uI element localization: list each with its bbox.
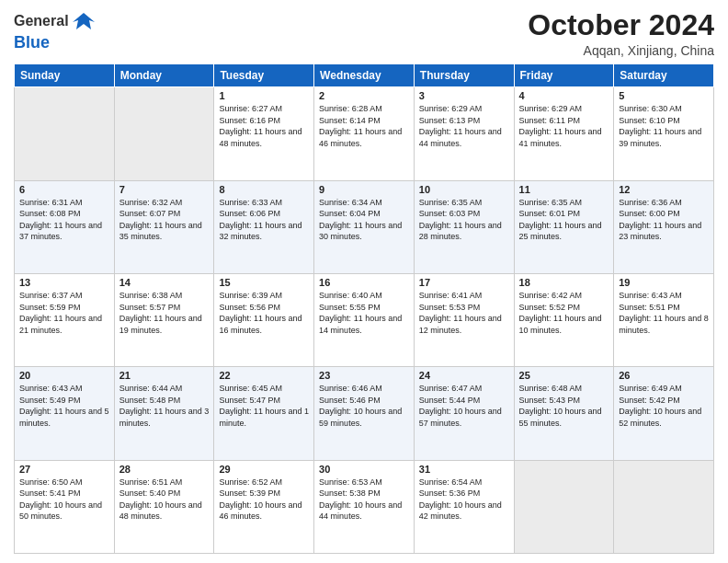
table-row: 3Sunrise: 6:29 AM Sunset: 6:13 PM Daylig… <box>414 87 514 180</box>
day-number: 27 <box>19 464 109 475</box>
day-number: 29 <box>219 464 309 475</box>
logo-blue-text: Blue <box>14 33 97 52</box>
day-info: Sunrise: 6:31 AM Sunset: 6:08 PM Dayligh… <box>19 197 109 243</box>
day-number: 18 <box>519 277 609 288</box>
col-thursday: Thursday <box>414 64 514 87</box>
day-info: Sunrise: 6:39 AM Sunset: 5:56 PM Dayligh… <box>219 290 309 336</box>
table-row: 22Sunrise: 6:45 AM Sunset: 5:47 PM Dayli… <box>214 367 314 460</box>
day-number: 15 <box>219 277 309 288</box>
day-number: 17 <box>419 277 509 288</box>
svg-marker-0 <box>73 13 95 29</box>
day-number: 24 <box>419 370 509 381</box>
table-row: 18Sunrise: 6:42 AM Sunset: 5:52 PM Dayli… <box>514 273 614 366</box>
logo-bird-icon <box>71 9 97 33</box>
day-info: Sunrise: 6:43 AM Sunset: 5:51 PM Dayligh… <box>619 290 709 336</box>
day-number: 31 <box>419 464 509 475</box>
table-row: 25Sunrise: 6:48 AM Sunset: 5:43 PM Dayli… <box>514 367 614 460</box>
table-row <box>614 460 714 553</box>
day-info: Sunrise: 6:47 AM Sunset: 5:44 PM Dayligh… <box>419 383 509 429</box>
day-number: 12 <box>619 184 709 195</box>
table-row: 4Sunrise: 6:29 AM Sunset: 6:11 PM Daylig… <box>514 87 614 180</box>
day-number: 21 <box>119 370 210 381</box>
calendar-week-row: 1Sunrise: 6:27 AM Sunset: 6:16 PM Daylig… <box>15 87 714 180</box>
day-info: Sunrise: 6:45 AM Sunset: 5:47 PM Dayligh… <box>219 383 309 429</box>
calendar-week-row: 13Sunrise: 6:37 AM Sunset: 5:59 PM Dayli… <box>15 273 714 366</box>
day-info: Sunrise: 6:43 AM Sunset: 5:49 PM Dayligh… <box>19 383 109 429</box>
table-row: 28Sunrise: 6:51 AM Sunset: 5:40 PM Dayli… <box>114 460 214 553</box>
day-number: 1 <box>219 90 309 101</box>
day-number: 22 <box>219 370 309 381</box>
calendar-week-row: 6Sunrise: 6:31 AM Sunset: 6:08 PM Daylig… <box>15 180 714 273</box>
table-row: 27Sunrise: 6:50 AM Sunset: 5:41 PM Dayli… <box>15 460 115 553</box>
day-info: Sunrise: 6:30 AM Sunset: 6:10 PM Dayligh… <box>619 103 709 149</box>
day-number: 5 <box>619 90 709 101</box>
calendar-header-row: Sunday Monday Tuesday Wednesday Thursday… <box>15 64 714 87</box>
day-number: 3 <box>419 90 509 101</box>
table-row: 10Sunrise: 6:35 AM Sunset: 6:03 PM Dayli… <box>414 180 514 273</box>
col-tuesday: Tuesday <box>214 64 314 87</box>
table-row: 14Sunrise: 6:38 AM Sunset: 5:57 PM Dayli… <box>114 273 214 366</box>
day-number: 23 <box>319 370 409 381</box>
col-saturday: Saturday <box>614 64 714 87</box>
table-row: 2Sunrise: 6:28 AM Sunset: 6:14 PM Daylig… <box>314 87 415 180</box>
table-row <box>114 87 214 180</box>
table-row: 11Sunrise: 6:35 AM Sunset: 6:01 PM Dayli… <box>514 180 614 273</box>
table-row: 29Sunrise: 6:52 AM Sunset: 5:39 PM Dayli… <box>214 460 314 553</box>
day-number: 20 <box>19 370 109 381</box>
table-row: 23Sunrise: 6:46 AM Sunset: 5:46 PM Dayli… <box>314 367 415 460</box>
day-number: 28 <box>119 464 210 475</box>
day-info: Sunrise: 6:48 AM Sunset: 5:43 PM Dayligh… <box>519 383 609 429</box>
day-info: Sunrise: 6:50 AM Sunset: 5:41 PM Dayligh… <box>19 477 109 523</box>
day-info: Sunrise: 6:32 AM Sunset: 6:07 PM Dayligh… <box>119 197 210 243</box>
calendar-week-row: 27Sunrise: 6:50 AM Sunset: 5:41 PM Dayli… <box>15 460 714 553</box>
day-info: Sunrise: 6:46 AM Sunset: 5:46 PM Dayligh… <box>319 383 409 429</box>
day-info: Sunrise: 6:49 AM Sunset: 5:42 PM Dayligh… <box>619 383 709 429</box>
table-row: 1Sunrise: 6:27 AM Sunset: 6:16 PM Daylig… <box>214 87 314 180</box>
day-number: 13 <box>19 277 109 288</box>
day-number: 10 <box>419 184 509 195</box>
day-number: 14 <box>119 277 210 288</box>
table-row: 26Sunrise: 6:49 AM Sunset: 5:42 PM Dayli… <box>614 367 714 460</box>
table-row: 8Sunrise: 6:33 AM Sunset: 6:06 PM Daylig… <box>214 180 314 273</box>
day-info: Sunrise: 6:53 AM Sunset: 5:38 PM Dayligh… <box>319 477 409 523</box>
table-row: 15Sunrise: 6:39 AM Sunset: 5:56 PM Dayli… <box>214 273 314 366</box>
day-number: 8 <box>219 184 309 195</box>
day-info: Sunrise: 6:41 AM Sunset: 5:53 PM Dayligh… <box>419 290 509 336</box>
table-row: 13Sunrise: 6:37 AM Sunset: 5:59 PM Dayli… <box>15 273 115 366</box>
day-info: Sunrise: 6:52 AM Sunset: 5:39 PM Dayligh… <box>219 477 309 523</box>
table-row: 17Sunrise: 6:41 AM Sunset: 5:53 PM Dayli… <box>414 273 514 366</box>
day-info: Sunrise: 6:29 AM Sunset: 6:13 PM Dayligh… <box>419 103 509 149</box>
table-row: 16Sunrise: 6:40 AM Sunset: 5:55 PM Dayli… <box>314 273 415 366</box>
table-row: 31Sunrise: 6:54 AM Sunset: 5:36 PM Dayli… <box>414 460 514 553</box>
col-wednesday: Wednesday <box>314 64 415 87</box>
day-info: Sunrise: 6:54 AM Sunset: 5:36 PM Dayligh… <box>419 477 509 523</box>
day-info: Sunrise: 6:29 AM Sunset: 6:11 PM Dayligh… <box>519 103 609 149</box>
table-row: 12Sunrise: 6:36 AM Sunset: 6:00 PM Dayli… <box>614 180 714 273</box>
day-info: Sunrise: 6:51 AM Sunset: 5:40 PM Dayligh… <box>119 477 210 523</box>
day-number: 9 <box>319 184 409 195</box>
day-info: Sunrise: 6:33 AM Sunset: 6:06 PM Dayligh… <box>219 197 309 243</box>
table-row: 21Sunrise: 6:44 AM Sunset: 5:48 PM Dayli… <box>114 367 214 460</box>
month-title: October 2024 <box>528 9 714 41</box>
title-section: October 2024 Aqqan, Xinjiang, China <box>528 9 714 58</box>
day-info: Sunrise: 6:35 AM Sunset: 6:01 PM Dayligh… <box>519 197 609 243</box>
table-row: 20Sunrise: 6:43 AM Sunset: 5:49 PM Dayli… <box>15 367 115 460</box>
day-info: Sunrise: 6:38 AM Sunset: 5:57 PM Dayligh… <box>119 290 210 336</box>
day-info: Sunrise: 6:35 AM Sunset: 6:03 PM Dayligh… <box>419 197 509 243</box>
day-number: 2 <box>319 90 409 101</box>
day-number: 7 <box>119 184 210 195</box>
day-number: 19 <box>619 277 709 288</box>
table-row: 6Sunrise: 6:31 AM Sunset: 6:08 PM Daylig… <box>15 180 115 273</box>
day-number: 6 <box>19 184 109 195</box>
table-row: 9Sunrise: 6:34 AM Sunset: 6:04 PM Daylig… <box>314 180 415 273</box>
day-number: 26 <box>619 370 709 381</box>
day-number: 30 <box>319 464 409 475</box>
table-row: 5Sunrise: 6:30 AM Sunset: 6:10 PM Daylig… <box>614 87 714 180</box>
table-row: 24Sunrise: 6:47 AM Sunset: 5:44 PM Dayli… <box>414 367 514 460</box>
table-row: 30Sunrise: 6:53 AM Sunset: 5:38 PM Dayli… <box>314 460 415 553</box>
day-info: Sunrise: 6:37 AM Sunset: 5:59 PM Dayligh… <box>19 290 109 336</box>
calendar-week-row: 20Sunrise: 6:43 AM Sunset: 5:49 PM Dayli… <box>15 367 714 460</box>
table-row <box>15 87 115 180</box>
table-row: 19Sunrise: 6:43 AM Sunset: 5:51 PM Dayli… <box>614 273 714 366</box>
logo: General Blue <box>14 9 97 52</box>
